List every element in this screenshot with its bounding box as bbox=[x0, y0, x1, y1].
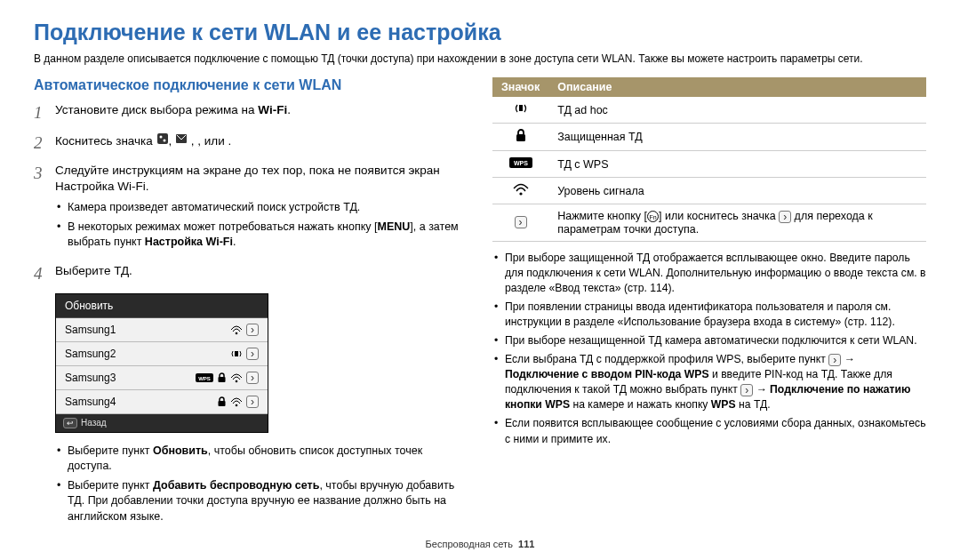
svg-point-16 bbox=[519, 192, 522, 195]
svg-rect-8 bbox=[219, 377, 226, 382]
table-header-desc: Описание bbox=[548, 77, 926, 97]
ap-row: Samsung1 bbox=[56, 318, 268, 342]
wps-icon: WPS bbox=[196, 372, 213, 383]
bullet-text: на ТД. bbox=[736, 398, 771, 411]
step-text: . bbox=[287, 103, 291, 116]
svg-rect-10 bbox=[219, 401, 226, 406]
arrow-text: → bbox=[841, 353, 855, 365]
step-text: , bbox=[169, 134, 176, 148]
footer-section: Беспроводная сеть bbox=[426, 539, 513, 549]
bullet-text: Если выбрана ТД с поддержкой профиля WPS… bbox=[505, 353, 828, 365]
back-label: Назад bbox=[81, 418, 107, 428]
ap-name: Samsung1 bbox=[65, 324, 116, 336]
table-desc: Защищенная ТД bbox=[548, 124, 926, 151]
step-2: 2 Коснитесь значка , , , или . bbox=[34, 132, 468, 154]
chevron-right-icon bbox=[828, 354, 841, 366]
svg-text:WPS: WPS bbox=[198, 376, 211, 381]
svg-point-11 bbox=[236, 404, 238, 406]
table-row: Уровень сигнала bbox=[492, 178, 926, 204]
signal-icon bbox=[230, 324, 243, 335]
right-bullet: Если появится всплывающее сообщение с ус… bbox=[492, 416, 926, 446]
wifi-label: Wi-Fi bbox=[258, 103, 287, 116]
ap-row: Samsung2 bbox=[56, 342, 268, 366]
step-text: Выберите ТД. bbox=[55, 263, 468, 280]
step-text: Установите диск выбора режима на bbox=[55, 103, 258, 116]
menu-label: MENU bbox=[377, 220, 410, 233]
table-desc: Уровень сигнала bbox=[548, 178, 926, 204]
step-text: Коснитесь значка bbox=[55, 134, 156, 148]
right-column: Значок Описание ТД ad hoc Защищенная ТД … bbox=[492, 77, 926, 528]
step-number: 4 bbox=[34, 263, 55, 284]
table-desc: ТД ad hoc bbox=[548, 97, 926, 124]
chevron-right-icon bbox=[779, 211, 791, 223]
step-text: Следуйте инструкциям на экране до тех по… bbox=[55, 164, 440, 194]
svg-point-2 bbox=[163, 139, 165, 141]
table-desc: Нажмите кнопку [Fn] или коснитесь значка… bbox=[548, 204, 926, 242]
page-footer: Беспроводная сеть 111 bbox=[0, 539, 960, 549]
left-column: Автоматическое подключение к сети WLAN 1… bbox=[34, 77, 468, 528]
chevron-right-icon bbox=[246, 396, 259, 408]
step-number: 3 bbox=[34, 163, 55, 184]
step-text: , , или . bbox=[191, 134, 231, 148]
chevron-right-icon bbox=[246, 324, 259, 336]
ap-footer: ↩ Назад bbox=[56, 414, 268, 432]
desc-text: ] или коснитесь значка bbox=[659, 210, 779, 222]
lock-icon bbox=[217, 372, 227, 383]
bullet-text: Выберите пункт bbox=[68, 444, 153, 457]
step-3: 3 Следуйте инструкциям на экране до тех … bbox=[34, 163, 468, 254]
right-bullet: При выборе защищенной ТД отображается вс… bbox=[492, 251, 926, 296]
sub-bullet: В некоторых режимах может потребоваться … bbox=[55, 220, 468, 251]
table-row: Нажмите кнопку [Fn] или коснитесь значка… bbox=[492, 204, 926, 242]
bold-text: Добавить беспроводную сеть bbox=[153, 479, 319, 492]
chevron-right-icon bbox=[515, 216, 527, 228]
chevron-right-icon bbox=[246, 372, 259, 384]
table-row: Защищенная ТД bbox=[492, 124, 926, 151]
chevron-right-icon bbox=[740, 384, 753, 396]
svg-text:WPS: WPS bbox=[514, 160, 528, 166]
ap-name: Samsung4 bbox=[65, 396, 116, 408]
table-header-icon: Значок bbox=[492, 77, 548, 97]
back-key-icon: ↩ bbox=[63, 418, 77, 428]
signal-icon bbox=[230, 372, 243, 383]
bold-text: WPS bbox=[711, 398, 736, 411]
svg-point-9 bbox=[236, 380, 238, 382]
svg-rect-13 bbox=[516, 134, 525, 141]
svg-point-4 bbox=[236, 332, 238, 334]
lock-icon bbox=[217, 396, 227, 407]
desc-text: Нажмите кнопку [ bbox=[557, 210, 647, 222]
lock-icon bbox=[515, 129, 527, 142]
signal-icon bbox=[230, 396, 243, 407]
share-icon bbox=[156, 132, 169, 145]
adhoc-icon bbox=[514, 102, 528, 115]
bold-text: Обновить bbox=[153, 444, 208, 457]
svg-rect-0 bbox=[157, 133, 168, 144]
ap-name: Samsung3 bbox=[65, 372, 116, 384]
adhoc-icon bbox=[230, 348, 243, 359]
right-bullet: Если выбрана ТД с поддержкой профиля WPS… bbox=[492, 352, 926, 412]
signal-icon bbox=[513, 183, 529, 196]
section-heading: Автоматическое подключение к сети WLAN bbox=[34, 77, 468, 93]
ap-row: Samsung4 bbox=[56, 390, 268, 414]
step-number: 1 bbox=[34, 102, 55, 124]
page-number: 111 bbox=[518, 539, 534, 549]
step-4: 4 Выберите ТД. bbox=[34, 263, 468, 284]
bullet-text: Выберите пункт bbox=[68, 479, 153, 492]
sub-text: . bbox=[233, 236, 236, 248]
ap-row: Samsung3 WPS bbox=[56, 366, 268, 390]
table-row: WPS ТД с WPS bbox=[492, 151, 926, 178]
svg-rect-12 bbox=[519, 105, 523, 111]
bold-text: Настройка Wi-Fi bbox=[145, 236, 233, 248]
ap-refresh-header: Обновить bbox=[56, 294, 268, 318]
page-title: Подключение к сети WLAN и ее настройка bbox=[34, 20, 926, 45]
wps-icon: WPS bbox=[509, 156, 532, 169]
right-bullet: При выборе незащищенной ТД камера автома… bbox=[492, 333, 926, 348]
step-1: 1 Установите диск выбора режима на Wi-Fi… bbox=[34, 102, 468, 124]
arrow-text: → bbox=[753, 383, 770, 396]
svg-point-1 bbox=[159, 135, 162, 138]
left-bullet: Выберите пункт Добавить беспроводную сет… bbox=[55, 478, 468, 525]
svg-rect-5 bbox=[235, 351, 238, 356]
email-icon bbox=[175, 132, 188, 145]
left-bullet: Выберите пункт Обновить, чтобы обновить … bbox=[55, 444, 468, 475]
step-number: 2 bbox=[34, 132, 55, 154]
bold-text: Подключение с вводом PIN-кода WPS bbox=[505, 368, 709, 380]
